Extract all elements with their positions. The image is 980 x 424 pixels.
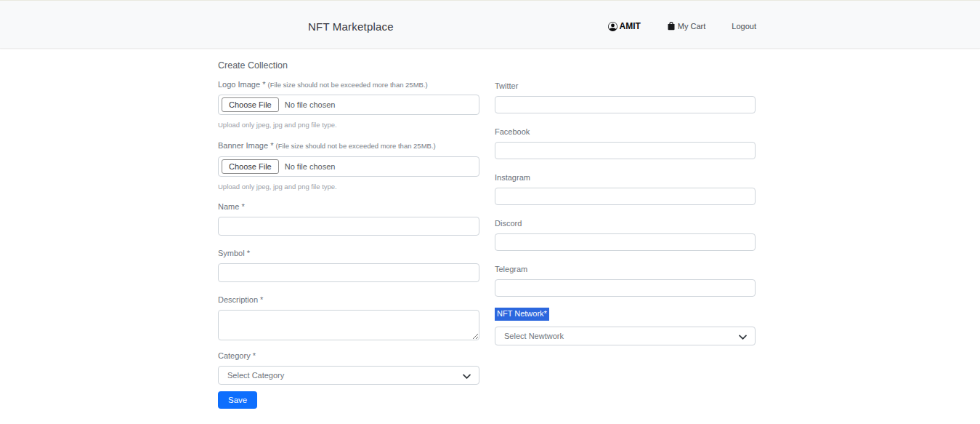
page-title: Create Collection [218,60,980,71]
facebook-group: Facebook [495,127,756,159]
logout-link[interactable]: Logout [732,22,756,31]
header-nav: AMIT My Cart Logout [608,21,756,31]
nft-network-label: NFT Network* [495,308,549,320]
logo-filetype-helper: Upload only jpeg, jpg and png file type. [218,121,479,129]
twitter-field[interactable] [495,96,756,113]
chevron-down-icon [738,332,748,345]
telegram-field[interactable] [495,279,756,297]
form-left-column: Logo Image * (File size should not be ex… [218,80,479,409]
logo-choose-file-button[interactable]: Choose File [222,97,279,112]
symbol-field[interactable] [218,263,479,282]
description-label: Description * [218,295,479,304]
my-cart-label: My Cart [678,22,706,31]
logo-file-status: No file chosen [285,100,336,109]
instagram-label: Instagram [495,173,756,182]
discord-label: Discord [495,219,756,228]
name-group: Name * [218,202,479,236]
banner-filetype-helper: Upload only jpeg, jpg and png file type. [218,183,479,191]
my-cart-link[interactable]: My Cart [667,22,706,31]
name-label: Name * [218,202,479,211]
brand-title: NFT Marketplace [308,20,394,33]
create-collection-page: Create Collection Logo Image * (File siz… [0,49,980,409]
banner-file-input[interactable]: Choose File No file chosen [218,156,479,177]
twitter-label: Twitter [495,81,756,90]
form-right-column: Twitter Facebook Instagram Discord Teleg… [495,80,756,359]
description-group: Description * [218,295,479,340]
user-menu[interactable]: AMIT [608,21,641,31]
category-group: Category * Select Category [218,351,479,385]
user-circle-icon [608,22,617,31]
facebook-field[interactable] [495,142,756,159]
banner-image-size-hint: (File size should not be exceeded more t… [276,142,436,150]
symbol-label: Symbol * [218,249,479,257]
logo-image-label-text: Logo Image * [218,80,265,89]
banner-image-label: Banner Image * (File size should not be … [218,141,479,150]
nft-network-selected-value: Select Newtwork [504,332,564,340]
telegram-label: Telegram [495,265,756,273]
nft-network-select[interactable]: Select Newtwork [495,327,756,345]
symbol-group: Symbol * [218,249,479,282]
description-field[interactable] [218,310,479,340]
discord-field[interactable] [495,233,756,251]
form-columns: Logo Image * (File size should not be ex… [218,80,980,409]
instagram-group: Instagram [495,173,756,205]
category-selected-value: Select Category [227,371,284,380]
banner-image-group: Banner Image * (File size should not be … [218,141,479,190]
chevron-down-icon [462,371,471,384]
logo-image-group: Logo Image * (File size should not be ex… [218,80,479,129]
banner-file-status: No file chosen [285,162,336,171]
save-button[interactable]: Save [218,391,257,409]
twitter-group: Twitter [495,81,756,113]
category-label: Category * [218,351,479,360]
telegram-group: Telegram [495,265,756,297]
cart-bag-icon [667,22,676,31]
nft-network-group: NFT Network* Select Newtwork [495,306,756,345]
banner-choose-file-button[interactable]: Choose File [222,159,279,174]
save-group: Save [218,393,479,409]
banner-image-label-text: Banner Image * [218,141,273,150]
instagram-field[interactable] [495,188,756,205]
user-name: AMIT [620,21,641,31]
top-navbar: NFT Marketplace AMIT My Cart Logout [0,0,980,49]
name-field[interactable] [218,217,479,236]
facebook-label: Facebook [495,127,756,136]
discord-group: Discord [495,219,756,251]
logo-image-label: Logo Image * (File size should not be ex… [218,80,479,89]
logo-image-size-hint: (File size should not be exceeded more t… [268,81,428,89]
category-select[interactable]: Select Category [218,366,479,385]
logo-file-input[interactable]: Choose File No file chosen [218,95,479,115]
